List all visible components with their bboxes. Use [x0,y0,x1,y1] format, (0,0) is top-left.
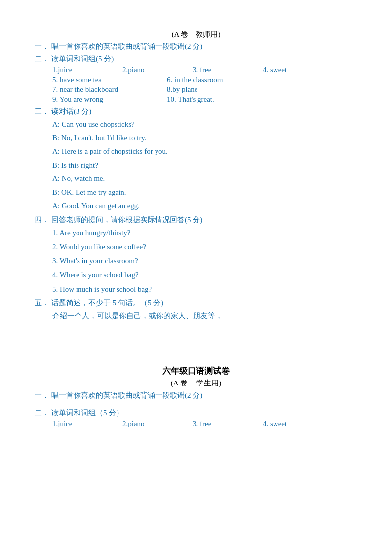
q1: 1. Are you hungry/thirsty? [52,227,357,240]
section-2-num: 二． [35,54,49,64]
spacer [35,326,357,365]
vocab-2-2: 6. in the classroom [167,76,223,84]
page2-spacer [35,403,357,408]
page2-vocab-row-1: 1.juice 2.piano 3. free 4. sweet [52,420,357,428]
vocab-row-3: 7. near the blackboard 8.by plane [52,85,357,94]
page2-vocab-1-4: 4. sweet [263,420,317,428]
vocab-row-4: 9. You are wrong 10. That's great. [52,95,357,104]
dialog-6: B: OK. Let me try again. [52,186,357,199]
vocab-4-2: 10. That's great. [167,95,214,104]
section-5-title: 话题简述，不少于 5 句话。（5 分） [51,299,168,308]
section-3-num: 三． [35,107,49,116]
vocab-1-4: 4. sweet [263,66,317,74]
page2-vocab-1-1: 1.juice [52,420,107,428]
section-5-note: 介绍一个人，可以是你自己，或你的家人、朋友等， [52,310,357,323]
section-1: 一． 唱一首你喜欢的英语歌曲或背诵一段歌谣(2 分) [35,42,357,51]
page1-header: (A 卷—教师用) [35,30,357,39]
dialog-5: A: No, watch me. [52,172,357,185]
page2-section-2: 二． 读单词和词组（5 分） 1.juice 2.piano 3. free 4… [35,408,357,428]
section-5-note-text: 介绍一个人，可以是你自己，或你的家人、朋友等， [52,310,357,323]
section-2-vocab: 1.juice 2.piano 3. free 4. sweet 5. have… [52,66,357,104]
vocab-1-2: 2.piano [122,66,177,74]
q3: 3. What's in your classroom? [52,255,357,268]
page2-section-2-vocab: 1.juice 2.piano 3. free 4. sweet [52,420,357,428]
page2-main-title: 六年级口语测试卷 [35,365,357,377]
section-3: 三． 读对话(3 分) A: Can you use chopsticks? B… [35,107,357,213]
dialog-2: B: No, I can't. but I'd like to try. [52,132,357,145]
section-4-questions: 1. Are you hungry/thirsty? 2. Would you … [52,227,357,296]
section-5-num: 五． [35,299,49,308]
section-4-title: 回答老师的提问，请你根据实际情况回答(5 分) [51,215,202,225]
vocab-3-2: 8.by plane [167,85,197,94]
section-1-title: 唱一首你喜欢的英语歌曲或背诵一段歌谣(2 分) [51,42,202,51]
q4: 4. Where is your school bag? [52,269,357,282]
dialog-7: A: Good. You can get an egg. [52,200,357,213]
section-3-title: 读对话(3 分) [51,107,91,116]
page2-title-text: 六年级口语测试卷 [162,366,230,376]
section-2-title: 读单词和词组(5 分) [51,54,114,64]
page2-section-2-title: 读单词和词组（5 分） [51,408,123,418]
dialog-3: A: Here is a pair of chopsticks for you. [52,145,357,158]
vocab-1-1: 1.juice [52,66,107,74]
page2-subtitle: (A 卷— 学生用) [35,379,357,388]
vocab-1-3: 3. free [193,66,247,74]
q2: 2. Would you like some coffee? [52,241,357,254]
q5: 5. How much is your school bag? [52,283,357,296]
section-1-num: 一． [35,42,49,51]
vocab-4-1: 9. You are wrong [52,95,151,104]
page-2: 六年级口语测试卷 (A 卷— 学生用) 一． 唱一首你喜欢的英语歌曲或背诵一段歌… [35,365,357,428]
section-4: 四． 回答老师的提问，请你根据实际情况回答(5 分) 1. Are you hu… [35,215,357,296]
section-2: 二． 读单词和词组(5 分) 1.juice 2.piano 3. free 4… [35,54,357,104]
page2-section-1: 一． 唱一首你喜欢的英语歌曲或背诵一段歌谣(2 分) [35,391,357,400]
vocab-3-1: 7. near the blackboard [52,85,151,94]
vocab-row-2: 5. have some tea 6. in the classroom [52,76,357,84]
section-5: 五． 话题简述，不少于 5 句话。（5 分） 介绍一个人，可以是你自己，或你的家… [35,299,357,323]
page2-vocab-1-3: 3. free [193,420,247,428]
section-4-num: 四． [35,215,49,225]
vocab-row-1: 1.juice 2.piano 3. free 4. sweet [52,66,357,74]
page2-section-1-num: 一． [35,391,49,400]
vocab-2-1: 5. have some tea [52,76,151,84]
section-3-dialog: A: Can you use chopsticks? B: No, I can'… [52,118,357,213]
page2-section-1-title: 唱一首你喜欢的英语歌曲或背诵一段歌谣(2 分) [51,391,202,400]
page2-section-2-num: 二． [35,408,49,418]
dialog-1: A: Can you use chopsticks? [52,118,357,131]
page2-vocab-1-2: 2.piano [122,420,177,428]
dialog-4: B: Is this right? [52,159,357,172]
page-1: (A 卷—教师用) 一． 唱一首你喜欢的英语歌曲或背诵一段歌谣(2 分) 二． … [35,30,357,323]
